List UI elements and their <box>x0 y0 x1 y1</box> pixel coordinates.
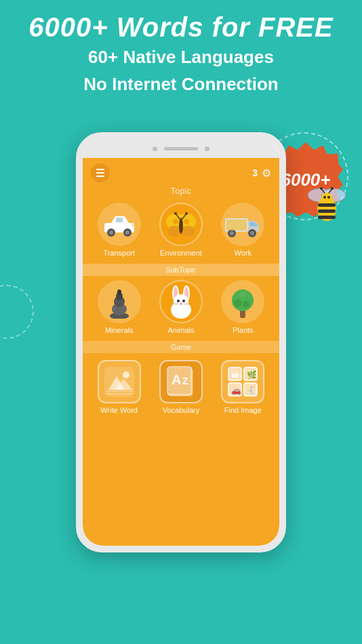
minerals-icon-wrap <box>98 280 141 323</box>
main-title: 6000+ Words for FREE <box>0 12 362 42</box>
phone-speaker <box>164 147 198 150</box>
subtopic-item-minerals[interactable]: Minerals <box>88 276 150 338</box>
environment-label: Environment <box>160 249 202 257</box>
subtopics-grid: Minerals <box>83 276 279 341</box>
svg-rect-3 <box>318 203 336 207</box>
svg-point-16 <box>109 230 113 235</box>
svg-point-7 <box>323 196 326 199</box>
topics-grid: Transport <box>83 199 279 264</box>
app-content: 3 ⚙ Topic <box>83 158 279 546</box>
svg-text:🌿: 🌿 <box>247 369 257 380</box>
subtopic-item-plants[interactable]: Plants <box>212 276 274 338</box>
svg-point-50 <box>180 302 182 305</box>
app-header-right: 3 ⚙ <box>252 167 271 180</box>
svg-text:🚗: 🚗 <box>231 385 241 395</box>
plants-icon-wrap <box>221 280 264 323</box>
svg-rect-4 <box>318 209 336 213</box>
write-word-label: Write Word <box>100 406 138 414</box>
svg-point-58 <box>243 301 249 308</box>
menu-button[interactable] <box>91 163 110 182</box>
topic-item-transport[interactable]: Transport <box>88 199 150 261</box>
vocabulary-icon: A Z <box>165 365 197 398</box>
svg-point-10 <box>320 187 323 190</box>
menu-line-1 <box>96 169 104 170</box>
animals-label: Animals <box>167 326 194 334</box>
car-icon <box>102 212 137 237</box>
svg-point-8 <box>327 196 330 199</box>
svg-text:A: A <box>172 372 181 387</box>
svg-point-23 <box>181 226 195 237</box>
game-item-find-image[interactable]: 🏔 🌿 🚗 🐇 Find Image <box>212 356 274 418</box>
transport-label: Transport <box>103 249 135 257</box>
svg-text:🐇: 🐇 <box>247 385 257 395</box>
svg-point-6 <box>321 193 332 203</box>
svg-point-18 <box>125 230 129 235</box>
svg-point-22 <box>167 226 181 237</box>
write-word-icon-wrap <box>98 360 141 403</box>
phone-camera <box>153 146 157 151</box>
svg-point-57 <box>234 299 242 307</box>
phone-camera-2 <box>205 146 209 151</box>
svg-point-49 <box>182 300 185 302</box>
menu-line-2 <box>96 172 104 174</box>
svg-point-28 <box>174 212 177 215</box>
svg-text:Z: Z <box>182 376 188 386</box>
svg-point-30 <box>185 212 188 215</box>
topic-section-label: Topic <box>83 185 279 199</box>
butterfly-icon <box>163 207 199 242</box>
environment-icon-wrap <box>159 203 203 246</box>
game-item-vocabulary[interactable]: A Z Vocabulary <box>150 356 212 418</box>
svg-point-41 <box>117 289 121 295</box>
work-label: Work <box>235 249 252 257</box>
topic-item-work[interactable]: Work <box>212 199 274 261</box>
svg-text:🏔: 🏔 <box>231 370 239 380</box>
sub-title-1: 60+ Native Languages <box>0 46 362 69</box>
word-count-badge: 3 <box>252 167 258 178</box>
svg-point-25 <box>184 219 189 224</box>
phone-top-bar <box>83 139 279 158</box>
svg-rect-19 <box>132 224 134 226</box>
find-image-label: Find Image <box>224 406 262 414</box>
find-image-icon-wrap: 🏔 🌿 🚗 🐇 <box>221 360 264 403</box>
minerals-label: Minerals <box>105 326 134 334</box>
phone-frame: 3 ⚙ Topic <box>76 132 286 552</box>
svg-rect-14 <box>116 218 123 222</box>
svg-point-24 <box>173 219 178 224</box>
svg-point-47 <box>174 294 188 309</box>
work-icon-wrap <box>221 203 264 246</box>
tree-icon <box>226 284 260 319</box>
bee-illustration <box>300 183 354 230</box>
svg-point-12 <box>331 187 334 190</box>
games-grid: Write Word A Z <box>83 353 279 418</box>
svg-point-35 <box>250 231 254 235</box>
subtopic-bar: SubTopic <box>83 264 279 276</box>
phone-inner: 3 ⚙ Topic <box>83 139 279 546</box>
write-word-icon <box>103 365 136 398</box>
vocabulary-label: Vocabulary <box>163 406 199 414</box>
animals-icon-wrap <box>159 280 203 323</box>
subtopic-item-animals[interactable]: Animals <box>150 276 212 338</box>
transport-icon-wrap <box>98 203 141 246</box>
game-bar: Game <box>83 341 279 353</box>
svg-point-63 <box>123 371 129 378</box>
find-image-icon: 🏔 🌿 🚗 🐇 <box>226 365 259 398</box>
svg-rect-5 <box>318 216 336 219</box>
vocabulary-icon-wrap: A Z <box>159 360 203 403</box>
menu-line-3 <box>96 176 104 177</box>
header-section: 6000+ Words for FREE 60+ Native Language… <box>0 12 362 96</box>
game-item-write-word[interactable]: Write Word <box>88 356 150 418</box>
minerals-icon <box>104 285 134 319</box>
svg-point-59 <box>239 291 246 298</box>
rabbit-icon <box>163 284 199 319</box>
app-header: 3 ⚙ <box>83 158 279 185</box>
plants-label: Plants <box>233 326 254 334</box>
svg-point-26 <box>179 218 183 234</box>
svg-point-48 <box>177 300 180 302</box>
topic-item-environment[interactable]: Environment <box>150 199 212 261</box>
truck-icon <box>224 212 262 237</box>
svg-point-33 <box>230 231 234 235</box>
svg-rect-36 <box>226 220 247 230</box>
sub-title-2: No Internet Connection <box>0 73 362 96</box>
menu-lines <box>96 169 104 177</box>
settings-icon[interactable]: ⚙ <box>262 167 271 180</box>
